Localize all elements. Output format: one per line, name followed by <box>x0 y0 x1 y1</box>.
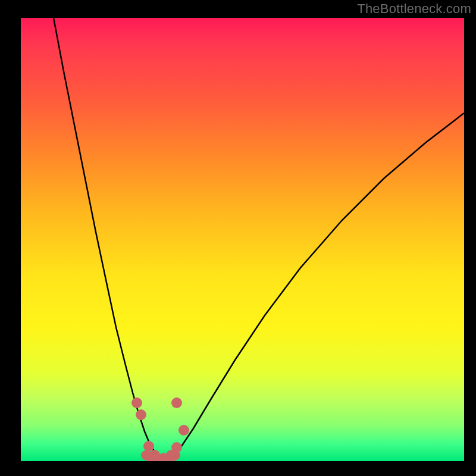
watermark-text: TheBottleneck.com <box>357 1 471 17</box>
chart-frame: TheBottleneck.com <box>0 0 476 476</box>
plot-background-gradient <box>21 18 464 461</box>
